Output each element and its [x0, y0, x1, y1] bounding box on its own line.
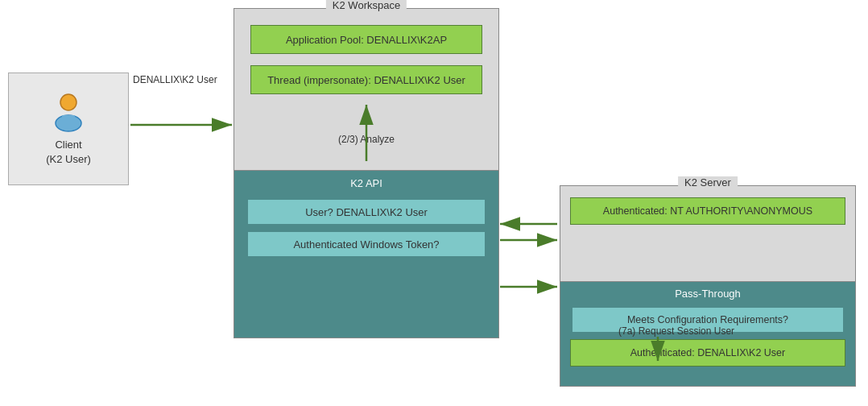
analyze-label: (2/3) Analyze — [338, 134, 395, 145]
client-label: Client (K2 User) — [46, 138, 91, 167]
thread-box: Thread (impersonate): DENALLIX\K2 User — [250, 65, 482, 94]
auth-user-box: Authenticated: DENALLIX\K2 User — [570, 339, 845, 367]
api-title: K2 API — [234, 171, 498, 194]
api-user-label: User? DENALLIX\K2 User — [305, 206, 428, 218]
server-title: K2 Server — [678, 176, 738, 188]
thread-label: Thread (impersonate): DENALLIX\K2 User — [267, 74, 465, 86]
svg-point-0 — [60, 94, 76, 110]
user-arrow-label: DENALLIX\K2 User — [133, 74, 217, 85]
auth-anon-box: Authenticated: NT AUTHORITY\ANONYMOUS — [570, 197, 845, 225]
apppool-label: Application Pool: DENALLIX\K2AP — [286, 34, 447, 46]
meets-label: Meets Configuration Requirements? — [627, 314, 788, 325]
passthrough-title: Pass-Through — [560, 282, 855, 304]
api-user-box: User? DENALLIX\K2 User — [247, 199, 486, 225]
api-auth-label: Authenticated Windows Token? — [293, 238, 439, 251]
workspace-box: K2 Workspace Application Pool: DENALLIX\… — [234, 8, 499, 338]
request-session-label: (7a) Request Session User — [618, 325, 734, 338]
apppool-box: Application Pool: DENALLIX\K2AP — [250, 25, 482, 54]
auth-user-label: Authenticated: DENALLIX\K2 User — [630, 347, 785, 358]
server-box: K2 Server Authenticated: NT AUTHORITY\AN… — [560, 185, 856, 387]
api-auth-box: Authenticated Windows Token? — [247, 231, 486, 257]
workspace-title: K2 Workspace — [326, 0, 407, 11]
client-icon — [48, 91, 89, 133]
api-box: K2 API User? DENALLIX\K2 User Authentica… — [234, 170, 498, 338]
client-box: Client (K2 User) — [8, 72, 129, 185]
svg-rect-2 — [62, 115, 75, 122]
diagram: { "title": "K2 Workspace Diagram", "clie… — [0, 0, 868, 406]
auth-anon-label: Authenticated: NT AUTHORITY\ANONYMOUS — [603, 205, 812, 217]
